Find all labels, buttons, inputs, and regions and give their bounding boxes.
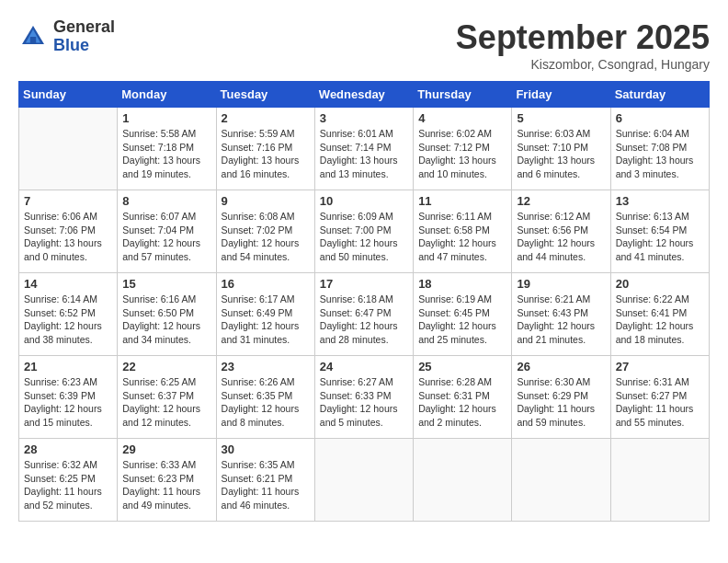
day-number: 27 — [616, 360, 704, 373]
day-number: 10 — [320, 194, 408, 208]
day-detail: Sunrise: 6:28 AMSunset: 6:31 PMDaylight:… — [418, 375, 506, 430]
calendar-cell: 23Sunrise: 6:26 AMSunset: 6:35 PMDayligh… — [216, 356, 314, 439]
calendar-cell — [414, 439, 512, 522]
day-number: 6 — [616, 111, 704, 125]
day-number: 13 — [616, 194, 704, 208]
day-number: 8 — [122, 194, 210, 208]
day-detail: Sunrise: 6:31 AMSunset: 6:27 PMDaylight:… — [616, 375, 704, 430]
calendar-cell: 18Sunrise: 6:19 AMSunset: 6:45 PMDayligh… — [414, 273, 512, 356]
day-number: 29 — [122, 442, 210, 456]
day-detail: Sunrise: 6:17 AMSunset: 6:49 PMDaylight:… — [222, 293, 310, 347]
calendar-cell: 30Sunrise: 6:35 AMSunset: 6:21 PMDayligh… — [216, 439, 314, 522]
day-of-week-header: Monday — [118, 82, 216, 108]
day-number: 9 — [222, 194, 310, 208]
day-number: 11 — [418, 194, 506, 208]
day-number: 12 — [517, 194, 605, 208]
calendar-cell: 14Sunrise: 6:14 AMSunset: 6:52 PMDayligh… — [19, 273, 118, 356]
calendar-cell: 1Sunrise: 5:58 AMSunset: 7:18 PMDaylight… — [118, 108, 216, 190]
day-number: 21 — [24, 360, 112, 373]
page-header: General Blue September 2025 Kiszombor, C… — [18, 18, 710, 72]
day-detail: Sunrise: 6:27 AMSunset: 6:33 PMDaylight:… — [320, 375, 408, 430]
day-number: 25 — [418, 360, 506, 373]
day-number: 3 — [320, 111, 408, 125]
calendar-cell: 9Sunrise: 6:08 AMSunset: 7:02 PMDaylight… — [216, 190, 314, 273]
day-detail: Sunrise: 6:35 AMSunset: 6:21 PMDaylight:… — [222, 458, 310, 512]
calendar-cell: 19Sunrise: 6:21 AMSunset: 6:43 PMDayligh… — [512, 273, 610, 356]
day-of-week-header: Friday — [512, 82, 610, 108]
day-number: 7 — [24, 194, 112, 208]
day-of-week-header: Tuesday — [216, 82, 314, 108]
day-detail: Sunrise: 6:30 AMSunset: 6:29 PMDaylight:… — [517, 375, 605, 430]
calendar-cell — [610, 439, 709, 522]
day-detail: Sunrise: 6:21 AMSunset: 6:43 PMDaylight:… — [517, 293, 605, 347]
calendar-cell: 7Sunrise: 6:06 AMSunset: 7:06 PMDaylight… — [19, 190, 118, 273]
day-detail: Sunrise: 6:09 AMSunset: 7:00 PMDaylight:… — [320, 210, 408, 264]
day-detail: Sunrise: 6:12 AMSunset: 6:56 PMDaylight:… — [517, 210, 605, 264]
day-number: 26 — [517, 360, 605, 373]
day-of-week-header: Sunday — [19, 82, 118, 108]
month-title: September 2025 — [456, 18, 710, 57]
calendar-cell: 5Sunrise: 6:03 AMSunset: 7:10 PMDaylight… — [512, 108, 610, 190]
day-number: 18 — [418, 277, 506, 291]
day-number: 30 — [222, 442, 310, 456]
day-of-week-header: Thursday — [414, 82, 512, 108]
day-detail: Sunrise: 6:22 AMSunset: 6:41 PMDaylight:… — [616, 293, 704, 347]
day-number: 16 — [222, 277, 310, 291]
logo: General Blue — [18, 18, 115, 55]
day-detail: Sunrise: 6:14 AMSunset: 6:52 PMDaylight:… — [24, 293, 112, 347]
day-detail: Sunrise: 6:25 AMSunset: 6:37 PMDaylight:… — [122, 375, 210, 430]
day-number: 20 — [616, 277, 704, 291]
day-detail: Sunrise: 6:23 AMSunset: 6:39 PMDaylight:… — [24, 375, 112, 430]
calendar-week-row: 7Sunrise: 6:06 AMSunset: 7:06 PMDaylight… — [19, 190, 710, 273]
calendar-header-row: SundayMondayTuesdayWednesdayThursdayFrid… — [19, 82, 710, 108]
day-number: 17 — [320, 277, 408, 291]
calendar-cell — [314, 439, 413, 522]
calendar-cell: 12Sunrise: 6:12 AMSunset: 6:56 PMDayligh… — [512, 190, 610, 273]
calendar-week-row: 21Sunrise: 6:23 AMSunset: 6:39 PMDayligh… — [19, 356, 710, 439]
day-number: 19 — [517, 277, 605, 291]
day-detail: Sunrise: 5:59 AMSunset: 7:16 PMDaylight:… — [222, 127, 310, 181]
day-detail: Sunrise: 6:16 AMSunset: 6:50 PMDaylight:… — [122, 293, 210, 347]
calendar-cell — [512, 439, 610, 522]
day-number: 23 — [222, 360, 310, 373]
svg-rect-2 — [30, 37, 36, 44]
day-number: 22 — [122, 360, 210, 373]
calendar-cell: 4Sunrise: 6:02 AMSunset: 7:12 PMDaylight… — [414, 108, 512, 190]
day-detail: Sunrise: 6:13 AMSunset: 6:54 PMDaylight:… — [616, 210, 704, 264]
logo-blue-text: Blue — [53, 37, 115, 55]
logo-icon — [18, 22, 48, 52]
calendar-cell: 6Sunrise: 6:04 AMSunset: 7:08 PMDaylight… — [610, 108, 709, 190]
day-number: 5 — [517, 111, 605, 125]
day-of-week-header: Wednesday — [314, 82, 413, 108]
calendar-cell: 3Sunrise: 6:01 AMSunset: 7:14 PMDaylight… — [314, 108, 413, 190]
day-detail: Sunrise: 6:18 AMSunset: 6:47 PMDaylight:… — [320, 293, 408, 347]
day-of-week-header: Saturday — [610, 82, 709, 108]
calendar-cell: 21Sunrise: 6:23 AMSunset: 6:39 PMDayligh… — [19, 356, 118, 439]
logo-general-text: General — [53, 18, 115, 37]
calendar-cell: 22Sunrise: 6:25 AMSunset: 6:37 PMDayligh… — [118, 356, 216, 439]
day-detail: Sunrise: 6:26 AMSunset: 6:35 PMDaylight:… — [222, 375, 310, 430]
calendar-table: SundayMondayTuesdayWednesdayThursdayFrid… — [18, 81, 710, 522]
logo-text: General Blue — [53, 18, 115, 55]
calendar-cell: 28Sunrise: 6:32 AMSunset: 6:25 PMDayligh… — [19, 439, 118, 522]
day-detail: Sunrise: 6:19 AMSunset: 6:45 PMDaylight:… — [418, 293, 506, 347]
calendar-week-row: 28Sunrise: 6:32 AMSunset: 6:25 PMDayligh… — [19, 439, 710, 522]
day-number: 15 — [122, 277, 210, 291]
calendar-cell: 27Sunrise: 6:31 AMSunset: 6:27 PMDayligh… — [610, 356, 709, 439]
day-number: 1 — [122, 111, 210, 125]
day-number: 28 — [24, 442, 112, 456]
day-number: 2 — [222, 111, 310, 125]
calendar-cell: 11Sunrise: 6:11 AMSunset: 6:58 PMDayligh… — [414, 190, 512, 273]
day-detail: Sunrise: 6:03 AMSunset: 7:10 PMDaylight:… — [517, 127, 605, 181]
calendar-cell: 25Sunrise: 6:28 AMSunset: 6:31 PMDayligh… — [414, 356, 512, 439]
calendar-cell: 29Sunrise: 6:33 AMSunset: 6:23 PMDayligh… — [118, 439, 216, 522]
calendar-cell: 16Sunrise: 6:17 AMSunset: 6:49 PMDayligh… — [216, 273, 314, 356]
calendar-cell: 20Sunrise: 6:22 AMSunset: 6:41 PMDayligh… — [610, 273, 709, 356]
calendar-cell: 13Sunrise: 6:13 AMSunset: 6:54 PMDayligh… — [610, 190, 709, 273]
calendar-week-row: 14Sunrise: 6:14 AMSunset: 6:52 PMDayligh… — [19, 273, 710, 356]
calendar-cell: 24Sunrise: 6:27 AMSunset: 6:33 PMDayligh… — [314, 356, 413, 439]
day-detail: Sunrise: 6:04 AMSunset: 7:08 PMDaylight:… — [616, 127, 704, 181]
calendar-cell: 2Sunrise: 5:59 AMSunset: 7:16 PMDaylight… — [216, 108, 314, 190]
day-detail: Sunrise: 6:06 AMSunset: 7:06 PMDaylight:… — [24, 210, 112, 264]
day-number: 14 — [24, 277, 112, 291]
